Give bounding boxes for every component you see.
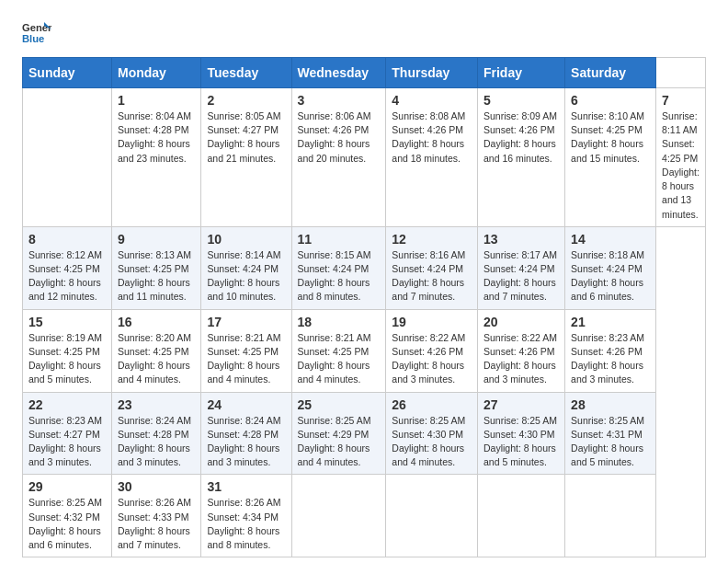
day-number: 30 [118,479,195,494]
weekday-header-thursday: Thursday [386,58,478,88]
day-number: 10 [207,232,285,247]
calendar-day: 11Sunrise: 8:15 AMSunset: 4:24 PMDayligh… [291,226,386,309]
day-detail: Sunrise: 8:22 AMSunset: 4:26 PMDaylight:… [483,331,559,387]
calendar-day: 12Sunrise: 8:16 AMSunset: 4:24 PMDayligh… [386,226,478,309]
day-number: 24 [207,397,285,412]
day-number: 13 [483,232,559,247]
calendar-week-4: 22Sunrise: 8:23 AMSunset: 4:27 PMDayligh… [23,392,706,475]
calendar-week-5: 29Sunrise: 8:25 AMSunset: 4:32 PMDayligh… [23,475,706,557]
day-detail: Sunrise: 8:26 AMSunset: 4:34 PMDaylight:… [207,496,285,552]
day-detail: Sunrise: 8:25 AMSunset: 4:30 PMDaylight:… [483,414,559,470]
day-detail: Sunrise: 8:13 AMSunset: 4:25 PMDaylight:… [118,248,195,304]
calendar-day: 24Sunrise: 8:24 AMSunset: 4:28 PMDayligh… [201,392,291,475]
day-number: 29 [28,479,106,494]
day-number: 17 [207,315,285,329]
calendar-day: 7Sunrise: 8:11 AMSunset: 4:25 PMDaylight… [656,88,706,227]
day-detail: Sunrise: 8:25 AMSunset: 4:31 PMDaylight:… [571,414,650,470]
day-detail: Sunrise: 8:25 AMSunset: 4:32 PMDaylight:… [28,496,106,552]
calendar-day: 28Sunrise: 8:25 AMSunset: 4:31 PMDayligh… [565,392,656,475]
calendar-day [565,475,656,557]
calendar-week-3: 15Sunrise: 8:19 AMSunset: 4:25 PMDayligh… [23,309,706,392]
day-number: 8 [28,232,106,247]
day-detail: Sunrise: 8:23 AMSunset: 4:26 PMDaylight:… [571,331,650,387]
day-detail: Sunrise: 8:21 AMSunset: 4:25 PMDaylight:… [298,331,381,387]
weekday-header-wednesday: Wednesday [291,58,386,88]
logo-icon: General Blue [22,18,51,48]
calendar-week-1: 1Sunrise: 8:04 AMSunset: 4:28 PMDaylight… [23,88,706,227]
calendar-day: 6Sunrise: 8:10 AMSunset: 4:25 PMDaylight… [565,88,656,227]
calendar-week-2: 8Sunrise: 8:12 AMSunset: 4:25 PMDaylight… [23,226,706,309]
day-detail: Sunrise: 8:15 AMSunset: 4:24 PMDaylight:… [298,248,381,304]
day-number: 22 [28,397,106,412]
day-number: 7 [662,93,700,108]
calendar-day: 8Sunrise: 8:12 AMSunset: 4:25 PMDaylight… [23,226,112,309]
calendar-day: 23Sunrise: 8:24 AMSunset: 4:28 PMDayligh… [111,392,200,475]
day-detail: Sunrise: 8:24 AMSunset: 4:28 PMDaylight:… [118,414,195,470]
day-detail: Sunrise: 8:14 AMSunset: 4:24 PMDaylight:… [207,248,285,304]
day-number: 28 [571,397,650,412]
calendar-day: 2Sunrise: 8:05 AMSunset: 4:27 PMDaylight… [201,88,291,227]
calendar-day: 14Sunrise: 8:18 AMSunset: 4:24 PMDayligh… [565,226,656,309]
day-detail: Sunrise: 8:11 AMSunset: 4:25 PMDaylight:… [662,109,700,222]
day-number: 18 [298,315,381,329]
day-detail: Sunrise: 8:23 AMSunset: 4:27 PMDaylight:… [28,414,106,470]
calendar-day: 17Sunrise: 8:21 AMSunset: 4:25 PMDayligh… [201,309,291,392]
calendar-day [477,475,564,557]
day-detail: Sunrise: 8:19 AMSunset: 4:25 PMDaylight:… [28,331,106,387]
calendar-day: 15Sunrise: 8:19 AMSunset: 4:25 PMDayligh… [23,309,112,392]
day-number: 14 [571,232,650,247]
calendar-day: 1Sunrise: 8:04 AMSunset: 4:28 PMDaylight… [111,88,200,227]
weekday-header-friday: Friday [477,58,564,88]
calendar-day: 19Sunrise: 8:22 AMSunset: 4:26 PMDayligh… [386,309,478,392]
day-detail: Sunrise: 8:04 AMSunset: 4:28 PMDaylight:… [118,109,195,166]
day-number: 27 [483,397,559,412]
day-number: 20 [483,315,559,329]
svg-text:General: General [22,22,51,33]
calendar-day [291,475,386,557]
day-number: 26 [392,397,472,412]
day-detail: Sunrise: 8:08 AMSunset: 4:26 PMDaylight:… [392,109,472,166]
day-detail: Sunrise: 8:17 AMSunset: 4:24 PMDaylight:… [483,248,559,304]
calendar-day: 3Sunrise: 8:06 AMSunset: 4:26 PMDaylight… [291,88,386,227]
day-number: 4 [392,93,472,108]
weekday-header-tuesday: Tuesday [201,58,291,88]
calendar-day: 20Sunrise: 8:22 AMSunset: 4:26 PMDayligh… [477,309,564,392]
day-detail: Sunrise: 8:05 AMSunset: 4:27 PMDaylight:… [207,109,285,166]
day-number: 2 [207,93,285,108]
calendar-day: 31Sunrise: 8:26 AMSunset: 4:34 PMDayligh… [201,475,291,557]
day-number: 3 [298,93,381,108]
calendar-day: 10Sunrise: 8:14 AMSunset: 4:24 PMDayligh… [201,226,291,309]
calendar-day: 30Sunrise: 8:26 AMSunset: 4:33 PMDayligh… [111,475,200,557]
day-number: 23 [118,397,195,412]
calendar-day: 22Sunrise: 8:23 AMSunset: 4:27 PMDayligh… [23,392,112,475]
calendar-day: 27Sunrise: 8:25 AMSunset: 4:30 PMDayligh… [477,392,564,475]
calendar-day: 21Sunrise: 8:23 AMSunset: 4:26 PMDayligh… [565,309,656,392]
weekday-header-sunday: Sunday [23,58,112,88]
day-number: 9 [118,232,195,247]
calendar-day: 4Sunrise: 8:08 AMSunset: 4:26 PMDaylight… [386,88,478,227]
day-number: 19 [392,315,472,329]
calendar-day: 16Sunrise: 8:20 AMSunset: 4:25 PMDayligh… [111,309,200,392]
empty-cell [23,88,112,227]
day-number: 31 [207,479,285,494]
day-detail: Sunrise: 8:24 AMSunset: 4:28 PMDaylight:… [207,414,285,470]
calendar-day [386,475,478,557]
day-detail: Sunrise: 8:10 AMSunset: 4:25 PMDaylight:… [571,109,650,166]
day-detail: Sunrise: 8:16 AMSunset: 4:24 PMDaylight:… [392,248,472,304]
day-number: 11 [298,232,381,247]
day-detail: Sunrise: 8:12 AMSunset: 4:25 PMDaylight:… [28,248,106,304]
day-number: 25 [298,397,381,412]
day-detail: Sunrise: 8:06 AMSunset: 4:26 PMDaylight:… [298,109,381,166]
day-detail: Sunrise: 8:25 AMSunset: 4:30 PMDaylight:… [392,414,472,470]
day-detail: Sunrise: 8:26 AMSunset: 4:33 PMDaylight:… [118,496,195,552]
logo: General Blue [22,18,51,48]
day-number: 16 [118,315,195,329]
weekday-header-saturday: Saturday [565,58,656,88]
calendar-day: 25Sunrise: 8:25 AMSunset: 4:29 PMDayligh… [291,392,386,475]
day-detail: Sunrise: 8:09 AMSunset: 4:26 PMDaylight:… [483,109,559,166]
calendar-day: 26Sunrise: 8:25 AMSunset: 4:30 PMDayligh… [386,392,478,475]
calendar-day: 29Sunrise: 8:25 AMSunset: 4:32 PMDayligh… [23,475,112,557]
day-number: 5 [483,93,559,108]
day-number: 6 [571,93,650,108]
calendar-day: 13Sunrise: 8:17 AMSunset: 4:24 PMDayligh… [477,226,564,309]
